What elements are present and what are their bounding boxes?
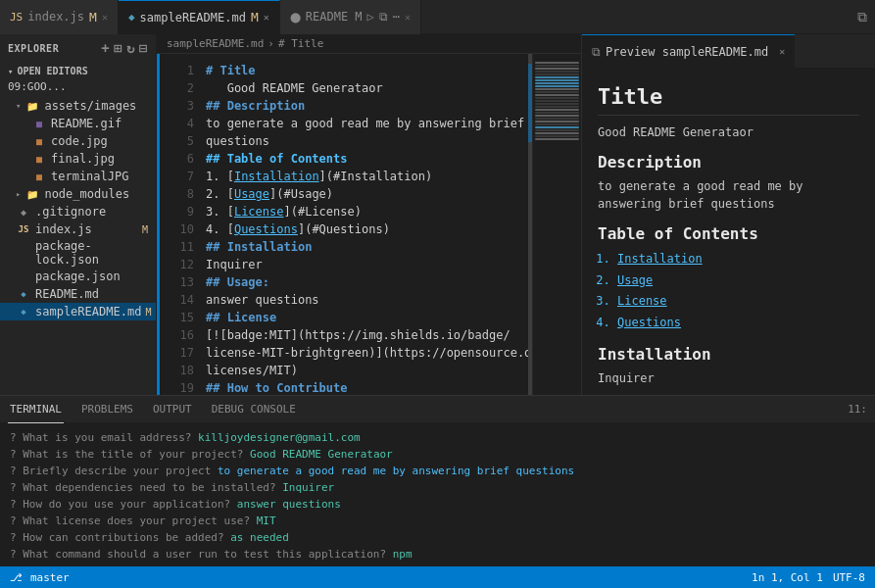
minimap-line [535, 135, 579, 137]
code-line-18: licenses/MIT) [206, 362, 528, 379]
open-editors-time: 09:GOO... [0, 78, 156, 97]
tab-modified: M [251, 10, 259, 24]
ln-4: 4 [168, 115, 194, 132]
chevron-right-icon: ▸ [16, 189, 21, 199]
chevron-down-icon: ▾ [16, 101, 21, 111]
minimap-line [535, 118, 579, 120]
code-line-13: ## Usage: [206, 273, 528, 291]
terminal-tab-problems[interactable]: PROBLEMS [79, 396, 135, 423]
split-editor-icon[interactable]: ⧉ [857, 9, 867, 25]
ln-19: 19 [168, 379, 194, 395]
minimap-line [535, 65, 579, 67]
code-line-12: Inquirer [206, 256, 528, 273]
file-label: terminalJPG [51, 170, 128, 183]
new-file-icon[interactable]: + [101, 40, 110, 56]
sidebar-item-assets[interactable]: ▾ 📁 assets/images [0, 97, 156, 115]
file-label: code.jpg [51, 134, 108, 148]
code-line-15: ## License [206, 309, 528, 326]
sidebar-item-readme-md[interactable]: ◆ README.md [0, 285, 156, 303]
ln-15: 15 [168, 309, 194, 326]
file-label: sampleREADME.md [35, 305, 141, 318]
code-content[interactable]: # Title Good README Generataor ## Descri… [198, 54, 528, 395]
tab-more-icon[interactable]: ⋯ [393, 10, 400, 24]
minimap-line [535, 62, 579, 64]
sidebar-item-index-js[interactable]: JS index.js M [0, 220, 156, 238]
terminal-tab-output[interactable]: OUTPUT [151, 396, 194, 423]
file-label: .gitignore [35, 205, 106, 219]
tab-run-icon[interactable]: ▷ [367, 10, 374, 24]
encoding-indicator: UTF-8 [833, 571, 865, 584]
preview-installation-text: Inquirer [598, 369, 859, 387]
refresh-icon[interactable]: ↻ [126, 40, 135, 56]
sidebar-item-node-modules[interactable]: ▸ 📁 node_modules [0, 185, 156, 203]
close-icon[interactable]: ✕ [102, 12, 108, 23]
sidebar-item-terminal-jpg[interactable]: ■ terminalJPG [0, 168, 156, 185]
tab-split-icon[interactable]: ⧉ [379, 10, 388, 24]
preview-tab[interactable]: ⧉ Preview sampleREADME.md ✕ [582, 34, 795, 69]
open-editors-section[interactable]: ▾ OPEN Editors [0, 64, 156, 78]
folder-label: node_modules [44, 187, 129, 201]
file-label: README.md [35, 287, 99, 301]
minimap-line [535, 76, 579, 78]
editor-content: 1 2 3 4 5 6 7 8 9 10 11 12 13 14 15 16 1 [157, 54, 581, 395]
minimap-line [535, 68, 579, 70]
close-icon[interactable]: ✕ [264, 12, 269, 23]
toc-item-3[interactable]: License [617, 291, 859, 313]
minimap-line [535, 97, 579, 99]
new-folder-icon[interactable]: ⊞ [114, 40, 122, 56]
tab-readme-m[interactable]: ⬤ README M ▷ ⧉ ⋯ ✕ [280, 0, 421, 34]
sidebar: Explorer + ⊞ ↻ ⊟ ▾ OPEN Editors 09:GOO..… [0, 34, 157, 395]
ln-1: 1 [168, 62, 194, 79]
preview-description-heading: Description [598, 153, 859, 172]
sidebar-item-package-json[interactable]: package.json [0, 268, 156, 285]
sidebar-item-package-lock[interactable]: package-lock.json [0, 238, 156, 268]
ln-12: 12 [168, 256, 194, 273]
preview-content[interactable]: Title Good README Generataor Description… [582, 69, 875, 395]
toc-link-3[interactable]: License [617, 294, 667, 308]
file-label: package.json [35, 270, 121, 283]
toc-item-1[interactable]: Installation [617, 249, 859, 270]
file-label: final.jpg [51, 152, 115, 166]
json-file-icon [16, 269, 31, 284]
sidebar-item-final-jpg[interactable]: ■ final.jpg [0, 150, 156, 168]
code-line-4: to generate a good read me by answering … [206, 115, 528, 132]
json-file-icon [16, 245, 31, 261]
minimap-line [535, 138, 579, 140]
ln-7: 7 [168, 168, 194, 185]
tab-sample-readme[interactable]: ◆ sampleREADME.md M ✕ [119, 0, 280, 34]
js-file-icon: JS [16, 221, 31, 237]
minimap-line [535, 91, 579, 93]
close-icon[interactable]: ✕ [405, 12, 411, 23]
toc-link-2[interactable]: Usage [617, 273, 653, 287]
open-editors-label: OPEN Editors [17, 66, 87, 76]
line-numbers: 1 2 3 4 5 6 7 8 9 10 11 12 13 14 15 16 1 [164, 54, 198, 395]
terminal-line-7: ? How can contributions be added? as nee… [10, 529, 865, 546]
terminal-tab-debug[interactable]: DEBUG CONSOLE [210, 396, 298, 423]
terminal-time-right: 11: [848, 403, 867, 416]
collapse-icon[interactable]: ⊟ [139, 40, 148, 56]
toc-item-4[interactable]: Questions [617, 313, 859, 334]
ln-6: 6 [168, 150, 194, 168]
toc-item-2[interactable]: Usage [617, 270, 859, 292]
preview-pane: ⧉ Preview sampleREADME.md ✕ Title Good R… [581, 34, 875, 395]
sidebar-item-readme-gif[interactable]: ■ README.gif [0, 115, 156, 132]
code-line-2: Good README Generataor [206, 79, 528, 97]
tab-index-js[interactable]: JS index.js M ✕ [0, 0, 119, 34]
toc-link-4[interactable]: Questions [617, 316, 681, 329]
git-icon: ⎇ [10, 571, 23, 584]
jpg-file-icon: ■ [31, 133, 47, 149]
minimap-line [535, 103, 579, 105]
sidebar-item-code-jpg[interactable]: ■ code.jpg [0, 132, 156, 150]
sidebar-item-sample-readme[interactable]: ◆ sampleREADME.md M [0, 303, 156, 320]
sidebar-item-gitignore[interactable]: ◆ .gitignore [0, 203, 156, 220]
status-right: 1n 1, Col 1 UTF-8 [752, 571, 865, 584]
close-icon[interactable]: ✕ [779, 46, 785, 57]
terminal-tab-terminal[interactable]: TERMINAL [8, 396, 64, 423]
toc-link-1[interactable]: Installation [617, 252, 703, 266]
minimap-line [535, 82, 579, 84]
ln-18: 18 [168, 362, 194, 379]
terminal-content[interactable]: ? What is you email address? killjoydesi… [0, 423, 875, 566]
terminal-tab-bar: TERMINAL PROBLEMS OUTPUT DEBUG CONSOLE 1… [0, 396, 875, 423]
terminal-line-4: ? What dependencies need to be installed… [10, 479, 865, 496]
editor-pane: sampleREADME.md › # Title 1 2 3 4 5 6 7 … [157, 34, 581, 395]
